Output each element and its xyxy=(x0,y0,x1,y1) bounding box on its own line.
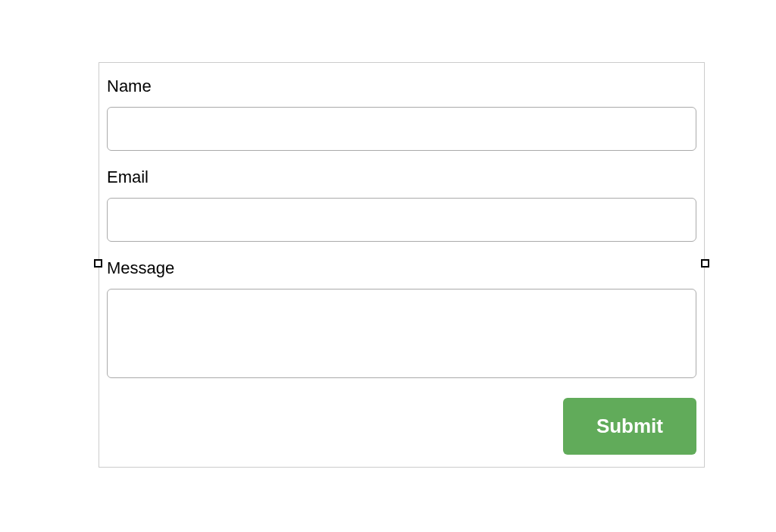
contact-form: Name Email Message Submit xyxy=(99,62,705,468)
email-label: Email xyxy=(107,167,696,187)
name-input[interactable] xyxy=(107,107,696,151)
submit-button[interactable]: Submit xyxy=(563,398,696,455)
email-input[interactable] xyxy=(107,198,696,242)
name-label: Name xyxy=(107,77,696,96)
button-row: Submit xyxy=(107,398,696,455)
form-group-message: Message xyxy=(107,258,696,381)
selection-handle-right-icon[interactable] xyxy=(701,259,709,268)
message-textarea[interactable] xyxy=(107,289,696,378)
form-group-name: Name xyxy=(107,77,696,151)
selection-handle-left-icon[interactable] xyxy=(94,259,102,268)
form-group-email: Email xyxy=(107,167,696,242)
message-label: Message xyxy=(107,258,696,278)
